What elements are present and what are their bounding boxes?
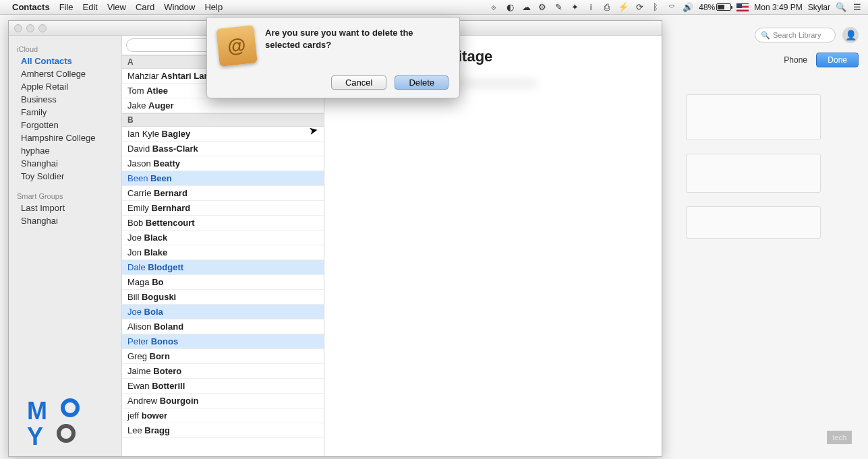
sync-icon[interactable]: ⟳ [634,2,645,13]
search-icon: 🔍 [761,31,770,40]
sidebar-group-item[interactable]: Shanghai [9,157,121,170]
contacts-list[interactable]: AMahziar Ashtari LarkiTom AtleeJake Auge… [122,55,324,456]
minimize-window-button[interactable] [26,24,34,32]
sidebar-group-item[interactable]: All Contacts [9,55,121,67]
contact-row[interactable]: Been Been [122,171,324,186]
battery-percent: 48% [699,3,715,12]
sidebar-group-item[interactable]: Business [9,93,121,106]
sidebar-smart-group-item[interactable]: Last Import [9,202,121,214]
cancel-button[interactable]: Cancel [331,75,386,90]
spotlight-icon[interactable]: 🔍 [836,2,846,13]
app-name[interactable]: Contacts [12,2,50,12]
notification-center-icon[interactable]: ☰ [852,2,863,13]
contact-row[interactable]: jeff bower [122,408,324,423]
detail-field-boxes [686,94,821,239]
contact-row[interactable]: Alison Boland [122,319,324,334]
menu-window[interactable]: Window [164,2,195,12]
tag-icon[interactable]: ⎙ [602,2,612,13]
contact-row[interactable]: Peter Bonos [122,334,324,349]
contact-name: Armitage [428,48,645,65]
contact-row[interactable]: Jason Beatty [122,156,324,171]
menu-file[interactable]: File [59,2,74,12]
contact-row[interactable]: Ian Kyle Bagley [122,127,324,142]
sidebar-group-item[interactable]: Hampshire College [9,131,121,144]
input-source-flag-icon[interactable] [736,3,749,11]
evernote-icon[interactable]: ✦ [569,2,580,13]
contact-row[interactable]: Maga Bo [122,275,324,290]
sidebar-group-item[interactable]: hyphae [9,144,121,157]
search-library-placeholder: Search Library [773,31,821,39]
phone-label: Phone [784,55,807,65]
menubar-datetime[interactable]: Mon 3:49 PM [754,3,802,12]
field-box[interactable] [686,206,821,239]
system-menubar: Contacts File Edit View Card Window Help… [0,0,868,15]
field-box[interactable] [686,154,821,193]
library-toolbar: 🔍 Search Library 👤 [755,27,859,43]
menu-card[interactable]: Card [136,2,154,12]
contact-row[interactable]: Andrew Bourgoin [122,394,324,408]
pen-icon[interactable]: ✎ [553,2,564,13]
contact-row[interactable]: Dale Blodgett [122,260,324,275]
tech-watermark: tech [827,431,852,444]
contacts-list-column: 🔍 AMahziar Ashtari LarkiTom AtleeJake Au… [122,36,324,456]
battery-icon [716,3,731,11]
contact-row[interactable]: Joe Black [122,231,324,245]
zoom-window-button[interactable] [38,24,47,32]
search-library-field[interactable]: 🔍 Search Library [755,28,836,42]
contact-row[interactable]: Jaime Botero [122,364,324,379]
contact-row[interactable]: Bill Boguski [122,290,324,305]
contact-row[interactable]: Ewan Botterill [122,379,324,394]
list-section-header: B [122,113,324,127]
menubar-username[interactable]: Skylar [808,3,830,12]
contact-row[interactable]: Greg Born [122,349,324,364]
address-book-icon [216,25,258,67]
dialog-message: Are you sure you want to delete the sele… [265,27,449,65]
menu-help[interactable]: Help [204,2,223,12]
sidebar-smart-group-item[interactable]: Shanghai [9,214,121,227]
contact-row[interactable]: Bob Bettencourt [122,216,324,231]
sidebar-group-item[interactable]: Apple Retail [9,80,121,93]
sidebar-group-item[interactable]: Family [9,106,121,119]
contact-row[interactable]: David Bass-Clark [122,142,324,156]
sidebar-group-item[interactable]: Forgotten [9,119,121,131]
contact-row[interactable]: Joe Bola [122,305,324,319]
groups-sidebar: iCloud All ContactsAmherst CollegeApple … [9,36,122,456]
bluetooth-icon[interactable]: ᛒ [650,2,661,13]
sidebar-group-item[interactable]: Toy Soldier [9,170,121,183]
menubar-right: ⟐ ◐ ☁ ⚙ ✎ ✦ i ⎙ ⚡ ⟳ ᛒ ⌔ 🔊 48% Mon 3:49 P… [488,2,863,13]
done-button[interactable]: Done [816,53,859,67]
robot-icon[interactable]: ⚙ [537,2,548,13]
contact-row[interactable]: Lee Bragg [122,423,324,438]
menu-view[interactable]: View [107,2,126,12]
dropbox-icon[interactable]: ⟐ [488,2,499,13]
contact-row[interactable]: Emily Bernhard [122,201,324,216]
contact-row[interactable]: Carrie Bernard [122,186,324,201]
moyo-logo: M Y [27,398,80,450]
contact-detail-pane: Armitage Primary [324,36,662,456]
cloud-icon[interactable]: ☁ [521,2,531,13]
close-window-button[interactable] [14,24,22,32]
sidebar-section-smart: Smart Groups [9,189,121,202]
user-avatar-icon[interactable]: 👤 [842,27,859,43]
sidebar-group-item[interactable]: Amherst College [9,67,121,80]
sidebar-section-icloud: iCloud [9,42,121,55]
contact-row[interactable]: Jake Auger [122,98,324,113]
delete-button[interactable]: Delete [395,75,449,90]
field-box[interactable] [686,94,821,140]
moon-icon[interactable]: ◐ [504,2,515,13]
bolt-icon[interactable]: ⚡ [618,2,629,13]
volume-icon[interactable]: 🔊 [683,2,693,13]
battery-indicator[interactable]: 48% [699,3,731,12]
menu-edit[interactable]: Edit [83,2,98,12]
wifi-icon[interactable]: ⌔ [666,2,677,13]
info-icon[interactable]: i [585,2,596,13]
contact-row[interactable]: Jon Blake [122,245,324,260]
delete-confirmation-dialog: Are you sure you want to delete the sele… [206,17,460,98]
